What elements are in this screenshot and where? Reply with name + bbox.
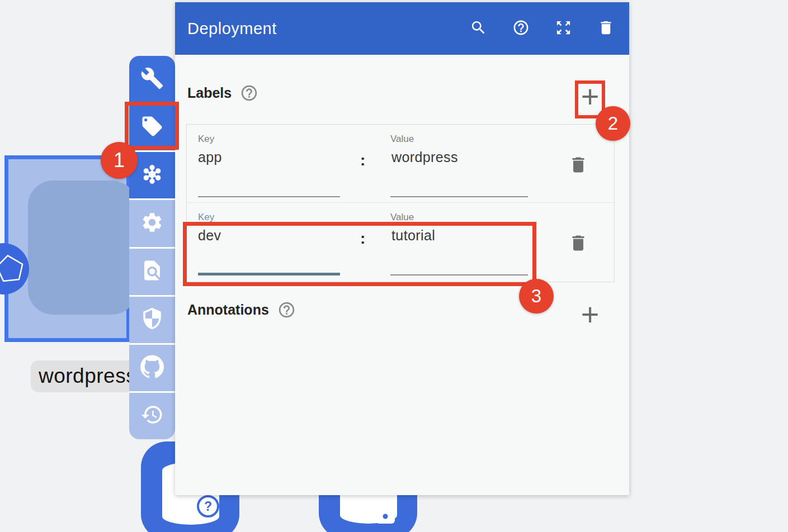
key-label: Key <box>198 212 214 223</box>
help-icon <box>512 19 530 39</box>
panel-header: Deployment <box>175 2 629 55</box>
shield-icon <box>140 307 164 332</box>
labels-section-header: Labels <box>187 84 258 102</box>
add-annotation-button[interactable]: + <box>577 298 603 332</box>
key-label: Key <box>198 134 214 145</box>
pod-badge <box>0 243 29 294</box>
tool-edit-button[interactable] <box>129 56 175 102</box>
labels-help-button[interactable] <box>240 84 258 102</box>
labels-title: Labels <box>187 85 232 101</box>
tutorial-highlight-label-row <box>183 222 536 286</box>
search-icon <box>470 19 487 39</box>
tool-github-button[interactable] <box>129 345 175 391</box>
label-value-field[interactable]: wordpress <box>391 149 458 165</box>
help-circle-icon <box>277 311 296 321</box>
panel-title: Deployment <box>187 20 277 38</box>
history-icon <box>140 403 164 429</box>
delete-label-button[interactable] <box>568 233 588 253</box>
trash-icon <box>568 167 588 177</box>
value-underline <box>390 196 528 197</box>
tool-inspect-button[interactable] <box>129 249 175 295</box>
find-in-page-icon <box>140 259 164 284</box>
trash-icon <box>597 19 615 39</box>
help-button[interactable] <box>512 20 530 37</box>
annotations-help-button[interactable] <box>277 301 296 319</box>
annotations-title: Annotations <box>187 302 269 318</box>
colon-separator: : <box>360 151 365 169</box>
pentagon-icon <box>0 287 29 296</box>
value-label: Value <box>390 212 414 223</box>
value-label: Value <box>390 134 414 145</box>
expand-button[interactable] <box>554 20 572 37</box>
trash-icon <box>568 245 588 255</box>
question-badge-icon: ? <box>197 495 219 517</box>
tool-security-button[interactable] <box>129 297 175 343</box>
label-row-app: Key app : Value wordpress <box>187 125 614 203</box>
tutorial-step-1: 1 <box>101 142 138 179</box>
node-inner-shape <box>28 180 137 315</box>
delete-panel-button[interactable] <box>597 20 615 37</box>
tutorial-highlight-labels-tool <box>125 102 179 150</box>
github-icon <box>140 355 164 381</box>
gear-icon <box>140 211 164 236</box>
lock-icon <box>373 496 398 528</box>
help-circle-icon <box>240 94 258 104</box>
hub-icon <box>140 163 164 188</box>
annotations-section-header: Annotations <box>187 301 296 319</box>
tool-history-button[interactable] <box>129 393 175 439</box>
fullscreen-icon <box>555 19 572 39</box>
panel-header-actions <box>469 20 615 37</box>
key-underline <box>198 196 340 197</box>
label-key-field[interactable]: app <box>198 149 222 165</box>
tutorial-step-3: 3 <box>519 279 554 314</box>
search-button[interactable] <box>469 20 487 37</box>
delete-label-button[interactable] <box>568 155 588 175</box>
wrench-icon <box>140 66 164 92</box>
tool-settings-button[interactable] <box>129 200 175 246</box>
tutorial-step-2: 2 <box>596 106 630 141</box>
